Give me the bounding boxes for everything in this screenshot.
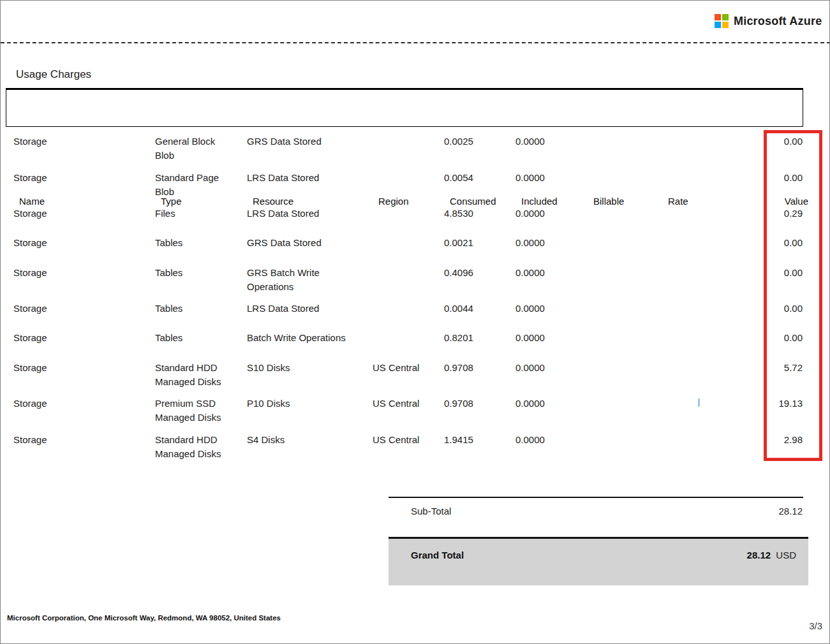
subtotal-rule [389,497,803,498]
cell-included: 0.0000 [515,433,545,447]
cell-resource: LRS Data Stored [247,207,362,221]
cell-consumed: 4.8530 [444,207,473,221]
invoice-page: Microsoft Azure Usage Charges Name Type … [0,0,830,644]
cell-resource: LRS Data Stored [247,171,362,185]
cell-type: Standard HDD Managed Disks [155,361,230,389]
cell-resource: GRS Data Stored [247,236,362,250]
cell-type: Tables [155,302,230,316]
table-header-box: Name Type Resource Region Consumed Inclu… [6,88,803,127]
cell-type: Tables [155,331,230,345]
footer-address: Microsoft Corporation, One Microsoft Way… [7,614,281,622]
cell-type: Premium SSD Managed Disks [155,397,230,425]
logo-square-yellow [722,22,729,28]
column-header-rate: Rate [668,194,688,209]
grand-total-box: Grand Total 28.12 USD [389,537,808,585]
cell-resource: GRS Data Stored [247,135,362,149]
brand-header: Microsoft Azure [715,14,822,28]
cell-consumed: 1.9415 [444,433,473,447]
cell-consumed: 0.9708 [444,361,473,375]
cell-name: Storage [13,171,47,185]
cell-resource: LRS Data Stored [247,302,362,316]
cell-resource: P10 Disks [247,397,362,411]
cell-type: Tables [155,236,230,250]
cell-name: Storage [13,207,47,221]
cell-name: Storage [13,361,47,375]
cell-consumed: 0.8201 [444,331,473,345]
cell-included: 0.0000 [515,397,545,411]
cell-consumed: 0.9708 [444,397,473,411]
cell-resource: GRS Batch Write Operations [247,266,362,294]
microsoft-logo-icon [715,14,729,28]
section-title: Usage Charges [16,68,91,81]
brand-name: Microsoft Azure [734,15,822,28]
cell-name: Storage [13,397,47,411]
cell-name: Storage [13,135,47,149]
cell-consumed: 0.0025 [444,135,473,149]
cell-name: Storage [13,236,47,250]
cell-region: US Central [373,397,419,411]
cell-included: 0.0000 [515,135,545,149]
cell-consumed: 0.4096 [444,266,473,280]
cell-region: US Central [373,433,419,447]
cell-type: Tables [155,266,230,280]
text-cursor-mark [698,399,700,407]
cell-consumed: 0.0054 [444,171,473,185]
cell-region: US Central [373,361,419,375]
cell-included: 0.0000 [515,302,545,316]
cell-consumed: 0.0021 [444,236,473,250]
cell-type: Files [155,207,230,221]
grand-total-label: Grand Total [411,550,464,560]
cell-name: Storage [13,266,47,280]
cell-consumed: 0.0044 [444,302,473,316]
dashed-separator [1,42,830,43]
value-column-highlight-box [764,130,822,461]
column-header-region: Region [378,194,409,209]
cell-type: Standard HDD Managed Disks [155,433,230,461]
logo-square-green [722,14,729,20]
subtotal-value: 28.12 [734,506,803,516]
cell-included: 0.0000 [515,207,545,221]
cell-included: 0.0000 [515,331,545,345]
column-header-billable: Billable [593,194,624,209]
cell-name: Storage [13,433,47,447]
cell-type: General Block Blob [155,135,230,163]
grand-total-value: 28.12 [747,550,771,560]
grand-total-currency: USD [776,550,796,560]
cell-included: 0.0000 [515,171,545,185]
subtotal-label: Sub-Total [411,506,451,516]
cell-type: Standard Page Blob [155,171,230,199]
page-number: 3/3 [734,620,822,631]
grand-total-amount-group: 28.12 USD [747,550,796,560]
cell-resource: Batch Write Operations [247,331,362,345]
logo-square-orange [715,14,721,20]
cell-name: Storage [13,302,47,316]
cell-included: 0.0000 [515,236,545,250]
cell-included: 0.0000 [515,361,545,375]
logo-square-blue [715,22,721,28]
cell-resource: S4 Disks [247,433,362,447]
cell-included: 0.0000 [515,266,545,280]
table-header-row: Name Type Resource Region Consumed Inclu… [6,194,803,209]
cell-name: Storage [13,331,47,345]
cell-resource: S10 Disks [247,361,362,375]
